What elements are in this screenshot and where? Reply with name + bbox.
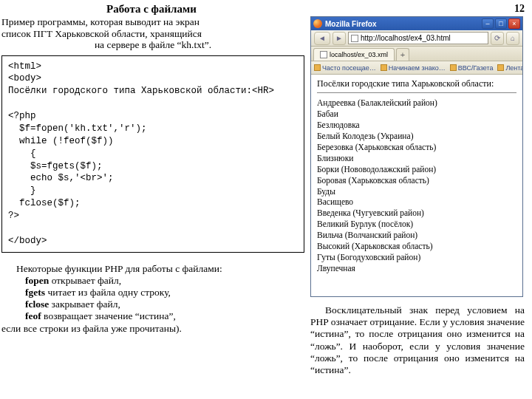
list-item: Бабаи (317, 109, 516, 120)
bookmark-icon (497, 64, 504, 71)
intro-text: Пример программы, которая выводит на экр… (1, 16, 304, 51)
new-tab-button[interactable]: + (396, 48, 409, 61)
browser-window: Mozilla Firefox – □ × ◄ ► http://localho… (310, 16, 523, 297)
func-name: fopen (25, 275, 49, 286)
bookmark-item[interactable]: ВВС/Газета (450, 64, 494, 72)
bookmarks-bar: Часто посещае… Начинаем знако… ВВС/Газет… (311, 61, 522, 75)
func-desc: возвращает значение “истина”, (41, 310, 176, 321)
close-button[interactable]: × (508, 18, 520, 29)
window-controls: – □ × (482, 18, 520, 29)
func-name: fclose (25, 299, 49, 310)
list-item: Березовка (Харьковская область) (317, 142, 516, 153)
bookmark-label: Лента новостей от Газ… (505, 64, 522, 72)
func-desc: закрывает файл, (49, 299, 120, 310)
list-item: Высокий (Харьковская область) (317, 241, 516, 252)
func-item: fclose закрывает файл, (25, 299, 304, 310)
url-bar[interactable]: http://localhost/ex4_03.html (348, 32, 488, 44)
minimize-button[interactable]: – (482, 18, 494, 29)
list-item: Борки (Нововодолажский район) (317, 164, 516, 175)
bookmark-icon (450, 64, 457, 71)
firefox-icon (313, 19, 322, 28)
bookmark-icon (314, 64, 321, 71)
list-item: Боровая (Харьковская область) (317, 175, 516, 186)
intro-l1: Пример программы, которая выводит на экр… (1, 16, 304, 28)
func-name: fgets (25, 287, 45, 298)
list-item: Вильча (Волчанский район) (317, 230, 516, 241)
functions-lead: Некоторые функции PHP для работы с файла… (1, 263, 304, 275)
bookmark-label: Начинаем знако… (389, 64, 446, 72)
back-button[interactable]: ◄ (314, 32, 330, 45)
bookmark-item[interactable]: Лента новостей от Газ… (497, 64, 522, 72)
func-item: fopen открывает файл, (25, 275, 304, 287)
explanation-text: Восклицательный знак перед условием на P… (310, 304, 525, 376)
list-item: Васищево (317, 197, 516, 208)
page-icon (351, 35, 358, 42)
bookmark-label: Часто посещае… (322, 64, 376, 72)
reload-button[interactable]: ⟳ (491, 32, 504, 45)
intro-l3: на сервере в файле “kh.txt”. (1, 39, 304, 51)
content-divider (317, 92, 516, 93)
func-desc: открывает файл, (49, 275, 121, 286)
browser-tab[interactable]: localhost/ex_03.xml (313, 48, 395, 61)
func-item: fgets читает из файла одну строку, (25, 287, 304, 299)
maximize-button[interactable]: □ (495, 18, 507, 29)
bookmark-icon (381, 64, 387, 71)
list-item: Буды (317, 186, 516, 197)
list-item: Введенка (Чугуевский район) (317, 208, 516, 219)
tab-label: localhost/ex_03.xml (330, 51, 388, 58)
functions-block: Некоторые функции PHP для работы с файла… (1, 263, 304, 335)
func-item-feof: feof возвращает значение “истина”, (25, 310, 304, 322)
list-item: Белый Колодезь (Украина) (317, 131, 516, 142)
list-item: Безлюдовка (317, 120, 516, 131)
url-text: http://localhost/ex4_03.html (361, 34, 451, 42)
bookmark-label: ВВС/Газета (458, 64, 494, 72)
func-desc-tail: если все строки из файла уже прочитаны). (1, 323, 304, 335)
list-item: Близнюки (317, 153, 516, 164)
content-heading: Посёлки городские типа Харьковской облас… (317, 78, 516, 89)
browser-titlebar: Mozilla Firefox – □ × (311, 17, 522, 30)
code-listing: <html> <body> Посёлки городского типа Ха… (1, 55, 304, 253)
page-title: Работа с файлами (0, 0, 303, 16)
list-item: Лвупечная (317, 263, 516, 274)
right-column: Mozilla Firefox – □ × ◄ ► http://localho… (310, 16, 525, 376)
home-button[interactable]: ⌂ (506, 32, 519, 45)
list-item: Гуты (Богодуховский район) (317, 252, 516, 263)
page-number: 12 (514, 3, 525, 15)
explanation-para: Восклицательный знак перед условием на P… (310, 304, 525, 376)
list-item: Андреевка (Балаклейский район) (317, 98, 516, 109)
tab-bar: localhost/ex_03.xml + (311, 47, 522, 61)
browser-content: Посёлки городские типа Харьковской облас… (311, 75, 522, 296)
list-item: Великий Бурлук (посёлок) (317, 219, 516, 230)
func-name: feof (25, 310, 41, 321)
left-column: Пример программы, которая выводит на экр… (1, 16, 304, 335)
bookmark-item[interactable]: Часто посещае… (314, 64, 376, 72)
forward-button[interactable]: ► (332, 32, 346, 45)
intro-l2: список ПГТ Харьковской области, хранящий… (1, 28, 304, 40)
bookmark-item[interactable]: Начинаем знако… (381, 64, 446, 72)
browser-title: Mozilla Firefox (325, 20, 479, 28)
browser-toolbar: ◄ ► http://localhost/ex4_03.html ⟳ ⌂ (311, 30, 522, 47)
func-desc: читает из файла одну строку, (45, 287, 171, 298)
tab-page-icon (320, 51, 327, 58)
